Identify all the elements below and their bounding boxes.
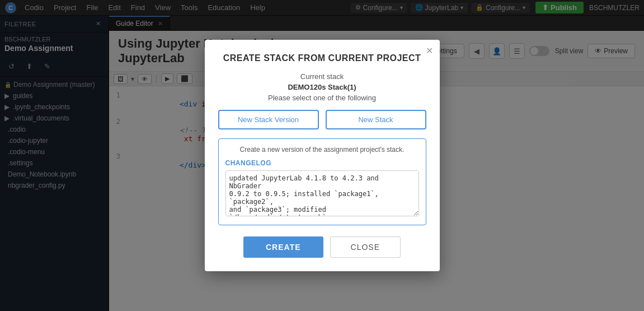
select-label: Please select one of the following bbox=[218, 94, 426, 102]
new-stack-button[interactable]: New Stack bbox=[326, 110, 426, 129]
create-button[interactable]: CREATE bbox=[243, 236, 323, 258]
section-description: Create a new version of the assignment p… bbox=[225, 146, 419, 154]
close-button[interactable]: CLOSE bbox=[330, 236, 401, 258]
modal-overlay: ✕ CREATE STACK FROM CURRENT PROJECT Curr… bbox=[0, 0, 644, 311]
create-stack-modal: ✕ CREATE STACK FROM CURRENT PROJECT Curr… bbox=[205, 40, 440, 271]
changelog-textarea[interactable] bbox=[225, 170, 419, 216]
stack-name: DEMO120s Stack(1) bbox=[218, 83, 426, 91]
modal-close-button[interactable]: ✕ bbox=[426, 47, 433, 55]
modal-title: CREATE STACK FROM CURRENT PROJECT bbox=[218, 53, 426, 63]
modal-options: New Stack Version New Stack bbox=[218, 110, 426, 129]
modal-section: Create a new version of the assignment p… bbox=[218, 138, 426, 225]
changelog-label: CHANGELOG bbox=[225, 159, 419, 167]
modal-footer: CREATE CLOSE bbox=[218, 236, 426, 258]
current-stack-label: Current stack bbox=[218, 72, 426, 81]
new-stack-version-button[interactable]: New Stack Version bbox=[218, 110, 319, 129]
